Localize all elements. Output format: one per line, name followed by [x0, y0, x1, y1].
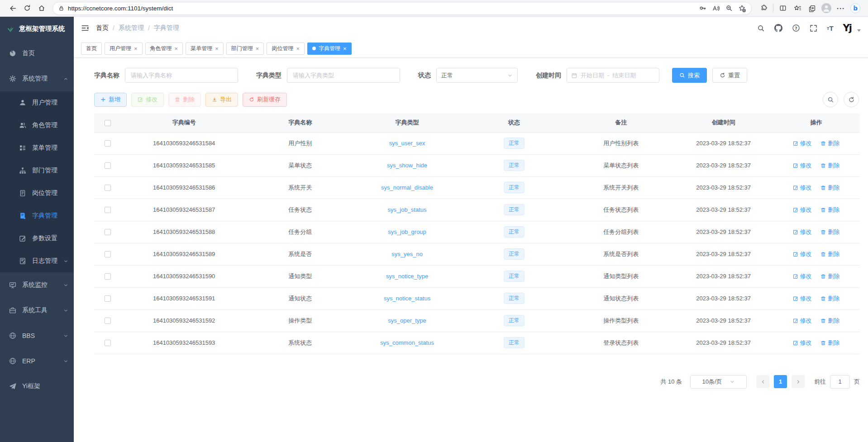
row-delete-button[interactable]: 删除 — [820, 250, 839, 258]
sidebar-item-menu-mgmt[interactable]: 菜单管理 — [0, 137, 74, 159]
url-text[interactable]: https://ccnetcore.com:1101/system/dict — [68, 5, 692, 12]
dict-type-link[interactable]: sys_user_sex — [389, 140, 425, 147]
read-aloud-icon[interactable] — [709, 2, 722, 14]
row-edit-button[interactable]: 修改 — [793, 162, 812, 170]
refresh-cache-button[interactable]: 刷新缓存 — [243, 93, 287, 107]
close-icon[interactable]: × — [134, 46, 138, 52]
reset-button[interactable]: 重置 — [712, 68, 747, 83]
sidebar-item-param-settings[interactable]: 参数设置 — [0, 227, 74, 250]
tab-dept-mgmt[interactable]: 部门管理 × — [226, 43, 264, 55]
row-checkbox[interactable] — [105, 140, 111, 147]
sidebar-item-role-mgmt[interactable]: 角色管理 — [0, 114, 74, 137]
row-edit-button[interactable]: 修改 — [793, 339, 812, 347]
dict-type-link[interactable]: sys_oper_type — [388, 317, 426, 324]
row-delete-button[interactable]: 删除 — [820, 339, 839, 347]
sidebar-item-yi-framework[interactable]: Yi框架 — [0, 374, 74, 399]
sidebar-item-system-monitor[interactable]: 系统监控 — [0, 272, 74, 298]
toggle-search-icon[interactable] — [823, 92, 838, 107]
zoom-out-icon[interactable] — [722, 2, 735, 14]
delete-button[interactable]: 删除 — [168, 93, 201, 107]
sidebar-item-dept-mgmt[interactable]: 部门管理 — [0, 159, 74, 182]
goto-page-input[interactable] — [830, 375, 850, 389]
address-bar[interactable]: https://ccnetcore.com:1101/system/dict — [52, 2, 752, 15]
row-delete-button[interactable]: 删除 — [820, 139, 839, 147]
status-select[interactable]: 正常 — [436, 68, 518, 83]
header-search-icon[interactable] — [757, 24, 765, 32]
row-delete-button[interactable]: 删除 — [820, 206, 839, 214]
password-key-icon[interactable] — [696, 2, 709, 14]
row-delete-button[interactable]: 删除 — [820, 184, 839, 192]
close-icon[interactable]: × — [343, 46, 347, 52]
bing-chat-icon[interactable]: b — [848, 1, 863, 15]
tab-home[interactable]: 首页 — [81, 43, 102, 55]
refresh-icon[interactable] — [20, 1, 34, 15]
row-checkbox[interactable] — [105, 162, 111, 169]
dict-name-input[interactable] — [125, 68, 238, 83]
sidebar-item-user-mgmt[interactable]: 用户管理 — [0, 91, 74, 114]
duplicate-tab-icon[interactable] — [805, 1, 819, 15]
tab-post-mgmt[interactable]: 岗位管理 × — [267, 43, 305, 55]
sidebar-item-home[interactable]: 首页 — [0, 41, 74, 66]
tab-user-mgmt[interactable]: 用户管理 × — [105, 43, 143, 55]
settings-more-icon[interactable]: ··· — [834, 1, 848, 15]
row-edit-button[interactable]: 修改 — [793, 139, 812, 147]
add-button[interactable]: 新增 — [94, 93, 127, 107]
row-checkbox[interactable] — [105, 318, 111, 324]
row-checkbox[interactable] — [105, 185, 111, 191]
next-page-button[interactable] — [792, 375, 805, 388]
sidebar-item-log-mgmt[interactable]: 日志管理 — [0, 250, 74, 272]
dict-type-link[interactable]: sys_yes_no — [391, 251, 423, 257]
sidebar-fold-icon[interactable] — [81, 24, 89, 32]
export-button[interactable]: 导出 — [205, 93, 238, 107]
prev-page-button[interactable] — [756, 375, 769, 388]
dict-type-link[interactable]: sys_normal_disable — [381, 184, 433, 191]
sidebar-item-dict-mgmt[interactable]: 字典管理 — [0, 204, 74, 227]
dict-type-link[interactable]: sys_show_hide — [387, 162, 427, 169]
github-icon[interactable] — [774, 24, 782, 32]
user-logo-avatar[interactable]: Yj — [843, 24, 851, 33]
row-delete-button[interactable]: 删除 — [820, 228, 839, 236]
refresh-table-icon[interactable] — [844, 92, 859, 107]
row-delete-button[interactable]: 删除 — [820, 162, 839, 170]
dict-type-link[interactable]: sys_notice_type — [386, 273, 428, 280]
fullscreen-icon[interactable] — [810, 24, 817, 32]
back-icon[interactable] — [5, 1, 20, 15]
split-screen-icon[interactable] — [776, 1, 790, 15]
tab-role-mgmt[interactable]: 角色管理 × — [145, 43, 183, 55]
sidebar-item-system-mgmt[interactable]: 系统管理 — [0, 66, 74, 91]
dict-type-link[interactable]: sys_notice_status — [384, 295, 430, 302]
close-icon[interactable]: × — [296, 46, 300, 52]
dict-type-input[interactable] — [287, 68, 400, 83]
favorites-icon[interactable] — [790, 1, 805, 15]
tab-menu-mgmt[interactable]: 菜单管理 × — [186, 43, 224, 55]
row-edit-button[interactable]: 修改 — [793, 272, 812, 280]
tab-dict-mgmt[interactable]: 字典管理 × — [307, 43, 352, 55]
close-icon[interactable]: × — [175, 46, 178, 52]
row-checkbox[interactable] — [105, 251, 111, 257]
row-edit-button[interactable]: 修改 — [793, 295, 812, 303]
dict-type-link[interactable]: sys_job_group — [388, 228, 426, 235]
page-size-select[interactable]: 10条/页 — [690, 375, 747, 389]
close-icon[interactable]: × — [256, 46, 259, 52]
row-edit-button[interactable]: 修改 — [793, 184, 812, 192]
sidebar-item-post-mgmt[interactable]: 岗位管理 — [0, 182, 74, 204]
row-checkbox[interactable] — [105, 229, 111, 235]
row-checkbox[interactable] — [105, 207, 111, 213]
row-edit-button[interactable]: 修改 — [793, 317, 812, 325]
row-checkbox[interactable] — [105, 273, 111, 280]
add-favorite-icon[interactable] — [735, 2, 749, 14]
profile-avatar[interactable] — [819, 1, 834, 15]
row-checkbox[interactable] — [105, 295, 111, 302]
sidebar-item-bbs[interactable]: BBS — [0, 323, 74, 348]
search-button[interactable]: 搜索 — [672, 68, 707, 83]
date-range-picker[interactable]: 开始日期 - 结束日期 — [567, 68, 659, 83]
edit-button[interactable]: 修改 — [131, 93, 164, 107]
caret-down-icon[interactable] — [857, 29, 861, 32]
help-icon[interactable]: ? — [792, 24, 800, 32]
row-checkbox[interactable] — [105, 340, 111, 346]
dict-type-link[interactable]: sys_job_status — [388, 206, 427, 213]
close-icon[interactable]: × — [215, 46, 219, 52]
row-edit-button[interactable]: 修改 — [793, 228, 812, 236]
sidebar-item-erp[interactable]: ERP — [0, 348, 74, 374]
row-edit-button[interactable]: 修改 — [793, 206, 812, 214]
